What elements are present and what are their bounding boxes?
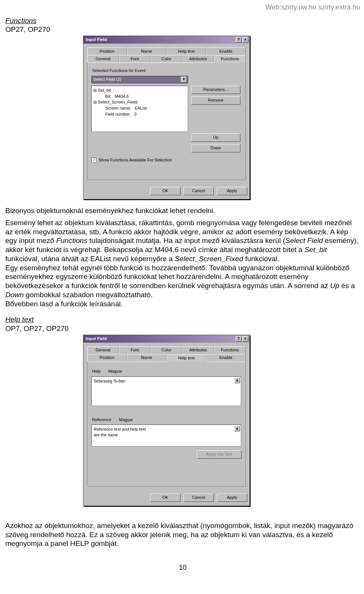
function-tree[interactable]: ⊟ Set_bit Bit: M404.6 ⊟ Select_Screen_Fi… (91, 86, 188, 132)
titlebar: Input Field ? × (83, 36, 249, 44)
para-footer: Azokhoz az objektumokhoz, amelyeket a ke… (5, 521, 360, 548)
tab-attributes[interactable]: Attributes (182, 55, 214, 63)
label-selected-functions: Selected Functions for Event: (92, 68, 242, 74)
window-title: Input Field (86, 37, 235, 42)
cancel-button[interactable]: Cancel (184, 494, 214, 502)
tab-panel-help-text: Help Magyar Sebesség %-ban ▲ Reference M… (87, 362, 246, 487)
reference-text-line1: Reference text and help text (94, 426, 239, 432)
tab-general[interactable]: General (87, 55, 119, 63)
help-button[interactable]: ? (235, 37, 242, 42)
up-button[interactable]: Up (191, 133, 240, 142)
tab-functions[interactable]: Functions (214, 346, 246, 354)
help-button[interactable]: ? (235, 336, 242, 342)
chevron-down-icon[interactable]: ▼ (181, 77, 187, 83)
tab-color[interactable]: Color (151, 346, 182, 354)
show-available-label: Show Functions Available For Selection (99, 158, 172, 163)
tab-font[interactable]: Font (119, 55, 151, 63)
para-intro: Bizonyos objektumoknál eseményekhez funk… (5, 206, 360, 215)
tab-position[interactable]: Position (87, 354, 127, 362)
section-functions: Functions OP27, OP270 (5, 16, 360, 34)
tab-row-2: General Font Color Attributes Functions (87, 55, 246, 63)
tab-font[interactable]: Font (119, 346, 151, 354)
label-help: Help (92, 369, 101, 374)
tab-position[interactable]: Position (87, 47, 127, 55)
tree-item-screen-name[interactable]: Screen name: EAList (93, 105, 186, 111)
section-help-text: Help text OP7, OP27, OP270 (5, 315, 360, 333)
apply-button[interactable]: Apply (217, 494, 247, 502)
tab-row-1: General Font Color Attributes Functions (87, 346, 246, 354)
help-text-content: Sebesség %-ban (94, 378, 239, 384)
section-title-help-text: Help text (5, 315, 360, 324)
close-button[interactable]: × (242, 37, 248, 42)
window-title: Input Field (86, 336, 235, 342)
tab-help-text[interactable]: Help text (166, 47, 206, 55)
value-help-lang: Magyar (108, 369, 122, 374)
tab-help-text[interactable]: Help text (166, 354, 206, 362)
dialog-footer-buttons: OK Cancel Apply (83, 183, 249, 199)
close-button[interactable]: × (242, 336, 248, 342)
tab-row-2: Position Name Help text Enable (87, 354, 246, 362)
tab-name[interactable]: Name (127, 354, 167, 362)
ok-button[interactable]: OK (150, 187, 180, 195)
show-available-checkbox[interactable]: ✓ (91, 158, 96, 163)
scroll-up-icon[interactable]: ▲ (234, 426, 240, 431)
section-title-functions: Functions (5, 16, 360, 25)
parameters-button[interactable]: Parameters... (191, 86, 240, 94)
tree-item-bit[interactable]: Bit: M404.6 (93, 94, 186, 100)
apply-button[interactable]: Apply (217, 187, 247, 195)
page-number: 10 (5, 563, 360, 572)
dialog-input-field-help-text: Input Field ? × General Font Color Attri… (83, 335, 250, 506)
tab-panel-functions: Selected Functions for Event: Select Fie… (87, 63, 246, 180)
section-sub-functions: OP27, OP270 (5, 25, 360, 34)
label-reference: Reference (92, 417, 111, 423)
reference-text-line2: are the same (94, 432, 239, 438)
para-main: Esemény lehet az objektum kiválasztása, … (5, 218, 360, 309)
event-combo[interactable]: Select Field (2) ▼ (91, 76, 188, 83)
cancel-button[interactable]: Cancel (184, 187, 214, 195)
apply-the-text-button: Apply the Text (197, 450, 242, 459)
page-header-url: Web:szirty.uw.hu szirty.extra.hu (5, 3, 360, 12)
reference-text-box[interactable]: Reference text and help text are the sam… (91, 425, 241, 447)
tab-attributes[interactable]: Attributes (182, 346, 214, 354)
tab-enable[interactable]: Enable (206, 47, 246, 55)
tab-name[interactable]: Name (127, 47, 167, 55)
down-button[interactable]: Down (191, 144, 240, 152)
tab-color[interactable]: Color (151, 55, 182, 63)
event-combo-value: Select Field (2) (93, 77, 121, 82)
help-text-box[interactable]: Sebesség %-ban ▲ (91, 376, 241, 406)
dialog-footer-buttons: OK Cancel Apply (83, 490, 249, 506)
ok-button[interactable]: OK (150, 494, 180, 502)
titlebar: Input Field ? × (83, 335, 249, 343)
tree-item-select-screen-fixed[interactable]: ⊟ Select_Screen_Fixed (93, 99, 186, 105)
tab-functions[interactable]: Functions (214, 55, 246, 63)
tab-enable[interactable]: Enable (206, 354, 246, 362)
tab-row-1: Position Name Help text Enable (87, 47, 246, 55)
dialog-input-field-functions: Input Field ? × Position Name Help text … (83, 36, 250, 199)
section-sub-help-text: OP7, OP27, OP270 (5, 324, 360, 333)
remove-button[interactable]: Remove (191, 96, 240, 105)
side-button-column: Parameters... Remove Up Down (191, 86, 240, 152)
tree-item-field-number[interactable]: Field number: 0 (93, 111, 186, 118)
value-reference-lang: Magyar (119, 417, 133, 423)
tree-item-set-bit[interactable]: ⊟ Set_bit (93, 88, 186, 94)
tab-general[interactable]: General (87, 346, 119, 354)
scroll-up-icon[interactable]: ▲ (234, 378, 240, 383)
